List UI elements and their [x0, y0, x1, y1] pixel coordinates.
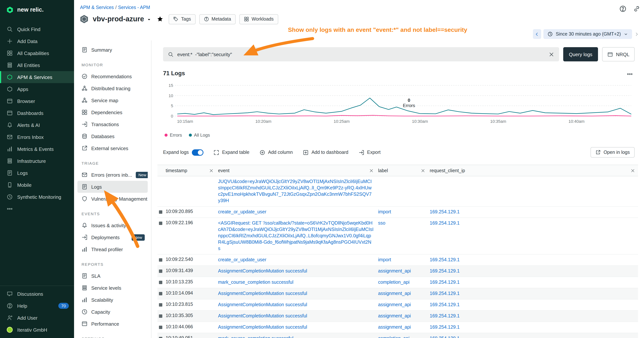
- event-link[interactable]: AssignmentCompletionMutation successful: [218, 290, 374, 297]
- label-link[interactable]: import: [378, 257, 425, 263]
- event-link[interactable]: AssignmentCompletionMutation successful: [218, 324, 374, 330]
- table-row[interactable]: JUQVU&code=eyJraWQiOiJjcGltY29yZV8wOTl1M…: [158, 176, 638, 206]
- event-link[interactable]: create_or_update_user: [218, 257, 374, 263]
- logs-search-input[interactable]: event:* -"label":"security": [163, 47, 559, 61]
- event-link[interactable]: <ASGIRequest: GET '/sso/callback/?state=…: [218, 220, 374, 252]
- ip-link[interactable]: 169.254.129.1: [430, 290, 635, 297]
- sidebar2-item-capacity[interactable]: Capacity: [78, 306, 148, 318]
- sidebar-item-mobile[interactable]: Mobile: [0, 179, 74, 191]
- event-link[interactable]: JUQVU&code=eyJraWQiOiJjcGltY29yZV8wOTl1M…: [218, 179, 374, 204]
- column-header-label[interactable]: label: [376, 165, 428, 176]
- row-checkbox[interactable]: [159, 337, 162, 338]
- breadcrumb-link-services-apm[interactable]: Services - APM: [118, 5, 150, 10]
- ip-link[interactable]: 169.254.129.1: [430, 279, 635, 286]
- remove-column-icon[interactable]: [421, 168, 425, 173]
- sidebar2-item-transactions[interactable]: Transactions: [78, 118, 148, 130]
- row-checkbox[interactable]: [159, 210, 162, 214]
- remove-column-icon[interactable]: [369, 168, 374, 173]
- sidebar-item-alerts-ai[interactable]: Alerts & AI: [0, 119, 74, 131]
- sidebar-item-add-data[interactable]: Add Data: [0, 35, 74, 47]
- ip-link[interactable]: 169.254.129.1: [430, 335, 635, 338]
- remove-column-icon[interactable]: [630, 168, 635, 173]
- sidebar-item-dashboards[interactable]: Dashboards: [0, 107, 74, 119]
- sidebar2-item-sla[interactable]: SLA: [78, 270, 148, 282]
- open-in-logs-button[interactable]: Open in logs: [590, 147, 635, 158]
- help-circle-icon[interactable]: [619, 5, 626, 12]
- sidebar-item-all-capabilities[interactable]: All Capabilities: [0, 47, 74, 59]
- table-row[interactable]: 10:09:20.895create_or_update_userimport1…: [158, 206, 638, 218]
- favorite-star-icon[interactable]: [157, 16, 164, 23]
- copy-link-icon[interactable]: [633, 5, 640, 12]
- row-checkbox[interactable]: [159, 281, 162, 284]
- add-column-button[interactable]: Add column: [260, 150, 293, 155]
- sidebar2-item-recommendations[interactable]: Recommendations: [78, 70, 148, 82]
- label-link[interactable]: sso: [378, 220, 425, 226]
- event-link[interactable]: AssignmentCompletionMutation successful: [218, 302, 374, 308]
- sidebar-item-add-user[interactable]: Add User: [0, 312, 74, 324]
- sidebar2-item-errors-inbox[interactable]: Errors (errors inb...New: [78, 169, 148, 181]
- label-link[interactable]: assignment_api: [378, 313, 425, 319]
- table-row[interactable]: 10:10:35.305AssignmentCompletionMutation…: [158, 310, 638, 322]
- label-link[interactable]: completion_api: [378, 279, 425, 286]
- table-row[interactable]: 10:09:22.540create_or_update_userimport1…: [158, 254, 638, 266]
- column-header-request-client-ip[interactable]: request_client_ip: [428, 165, 638, 176]
- sidebar2-item-scalability[interactable]: Scalability: [78, 294, 148, 306]
- sidebar-item-errors-inbox[interactable]: Errors Inbox: [0, 131, 74, 143]
- sidebar2-item-performance[interactable]: Performance: [78, 318, 148, 330]
- ip-link[interactable]: 169.254.129.1: [430, 313, 635, 319]
- chart-more-menu-icon[interactable]: [627, 71, 633, 77]
- sidebar-item-help[interactable]: Help70: [0, 300, 74, 312]
- sidebar-item-apps[interactable]: Apps: [0, 83, 74, 95]
- table-row[interactable]: 10:10:44.066AssignmentCompletionMutation…: [158, 322, 638, 333]
- row-checkbox[interactable]: [159, 292, 162, 295]
- export-button[interactable]: Export: [358, 150, 380, 155]
- table-row[interactable]: 10:10:13.235mark_course_completion succe…: [158, 277, 638, 288]
- sidebar2-item-summary[interactable]: Summary: [78, 44, 148, 56]
- ip-link[interactable]: 169.254.129.1: [430, 324, 635, 330]
- event-link[interactable]: mark_course_completion successful: [218, 279, 374, 286]
- sidebar-item-account[interactable]: Iterativ GmbH: [0, 324, 74, 336]
- time-picker[interactable]: Since 30 minutes ago (GMT+2): [544, 29, 632, 39]
- label-link[interactable]: assignment_api: [378, 268, 425, 274]
- ip-link[interactable]: 169.254.129.1: [430, 257, 635, 263]
- row-checkbox[interactable]: [159, 326, 162, 329]
- label-link[interactable]: import: [378, 209, 425, 215]
- column-header-event[interactable]: event: [216, 165, 376, 176]
- event-link[interactable]: create_or_update_user: [218, 209, 374, 215]
- sidebar2-item-service-levels[interactable]: Service levels: [78, 282, 148, 294]
- sidebar-item-metrics-events[interactable]: Metrics & Events: [0, 143, 74, 155]
- sidebar-item-all-entities[interactable]: All Entities: [0, 59, 74, 71]
- expand-table-button[interactable]: Expand table: [214, 150, 250, 155]
- sidebar-item-infrastructure[interactable]: Infrastructure: [0, 155, 74, 167]
- row-checkbox[interactable]: [159, 222, 162, 225]
- breadcrumb-link-apm-services[interactable]: APM & Services: [80, 5, 114, 10]
- column-header-timestamp[interactable]: timestamp: [164, 165, 216, 176]
- entity-dropdown-chevron-icon[interactable]: [147, 17, 152, 22]
- ip-link[interactable]: 169.254.129.1: [430, 209, 635, 215]
- expand-logs-toggle[interactable]: [192, 149, 204, 156]
- event-link[interactable]: mark_course_completion successful: [218, 335, 374, 338]
- sidebar2-item-external-services[interactable]: External services: [78, 142, 148, 154]
- label-link[interactable]: assignment_api: [378, 302, 425, 308]
- row-checkbox[interactable]: [159, 258, 162, 262]
- sidebar2-item-vulnerability-management[interactable]: Vulnerability Management: [78, 193, 148, 205]
- legend-item-all-logs[interactable]: All Logs: [189, 133, 210, 138]
- table-row[interactable]: 10:10:14.094AssignmentCompletionMutation…: [158, 288, 638, 299]
- clear-query-icon[interactable]: [549, 52, 554, 57]
- sidebar2-item-databases[interactable]: Databases: [78, 130, 148, 142]
- ip-link[interactable]: 169.254.129.1: [430, 220, 635, 226]
- sidebar-item-synthetic-monitoring[interactable]: Synthetic Monitoring: [0, 191, 74, 203]
- sidebar2-item-distributed-tracing[interactable]: Distributed tracing: [78, 82, 148, 94]
- metadata-button[interactable]: Metadata: [199, 14, 236, 24]
- event-link[interactable]: AssignmentCompletionMutation successful: [218, 268, 374, 274]
- sidebar-item-apm-services[interactable]: APM & Services: [0, 71, 74, 83]
- sidebar2-item-thread-profiler[interactable]: Thread profiler: [78, 243, 148, 255]
- table-row[interactable]: 10:10:49.051mark_course_completion succe…: [158, 333, 638, 338]
- legend-item-errors[interactable]: Errors: [164, 133, 182, 138]
- tags-button[interactable]: Tags: [169, 14, 196, 24]
- add-to-dashboard-button[interactable]: Add to dashboard: [303, 150, 348, 155]
- table-row[interactable]: 10:09:22.196<ASGIRequest: GET '/sso/call…: [158, 218, 638, 254]
- sidebar2-item-logs[interactable]: Logs: [78, 181, 148, 193]
- workloads-button[interactable]: Workloads: [239, 14, 278, 24]
- row-checkbox[interactable]: [159, 314, 162, 318]
